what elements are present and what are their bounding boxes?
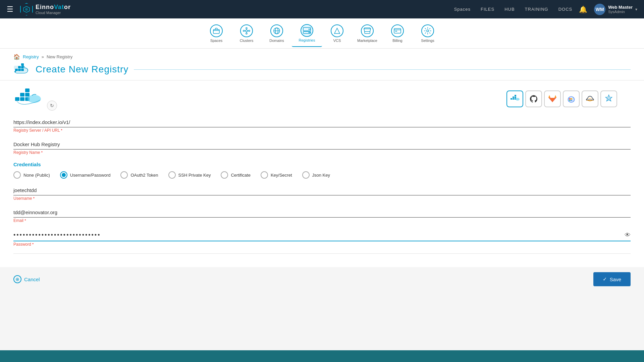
nav-billing[interactable]: Billing bbox=[382, 20, 413, 47]
svg-rect-44 bbox=[515, 97, 516, 98]
cred-json-key[interactable]: Json Key bbox=[302, 171, 330, 179]
nav-training[interactable]: TRAINING bbox=[525, 7, 548, 12]
svg-rect-38 bbox=[25, 88, 30, 92]
server-url-input[interactable] bbox=[13, 117, 631, 127]
domains-label: Domains bbox=[269, 39, 284, 43]
cred-ssh[interactable]: SSH Private Key bbox=[168, 171, 211, 179]
cred-certificate-radio[interactable] bbox=[221, 171, 228, 179]
nav-marketplace[interactable]: Marketplace bbox=[352, 20, 382, 47]
svg-rect-43 bbox=[513, 97, 514, 98]
user-menu[interactable]: WM Web Master SysAdmin ▾ bbox=[594, 4, 637, 15]
save-button[interactable]: ✓ Save bbox=[593, 272, 631, 286]
cred-certificate[interactable]: Certificate bbox=[221, 171, 251, 179]
svg-rect-48 bbox=[569, 98, 571, 100]
username-field: Username * bbox=[13, 185, 631, 201]
form-scrollable: ↻ bbox=[0, 80, 644, 342]
svg-rect-22 bbox=[394, 28, 401, 33]
registry-name-label: Registry Name * bbox=[13, 150, 631, 155]
nav-domains[interactable]: Domains bbox=[262, 20, 292, 47]
svg-rect-33 bbox=[15, 97, 19, 101]
form-area: ↻ bbox=[0, 80, 644, 267]
page-title: Create New Registry bbox=[36, 64, 128, 75]
save-check-icon: ✓ bbox=[603, 276, 607, 282]
svg-point-4 bbox=[246, 27, 247, 29]
svg-point-32 bbox=[15, 71, 16, 72]
credentials-title: Credentials bbox=[13, 162, 631, 167]
nav-clusters[interactable]: Clusters bbox=[231, 20, 262, 47]
cred-ssh-radio[interactable] bbox=[168, 171, 176, 179]
password-input[interactable] bbox=[13, 230, 631, 241]
breadcrumb-separator: » bbox=[42, 54, 44, 59]
registry-name-input[interactable] bbox=[13, 139, 631, 149]
username-label: Username * bbox=[13, 196, 631, 201]
email-label: Email * bbox=[13, 218, 631, 223]
nav-spaces[interactable]: Spaces bbox=[201, 20, 231, 47]
nav-cloud[interactable]: Spaces bbox=[454, 7, 471, 12]
page-title-row: Create New Registry bbox=[13, 63, 631, 80]
marketplace-label: Marketplace bbox=[357, 39, 377, 43]
registry-type-gcloud[interactable] bbox=[563, 90, 580, 107]
svg-rect-37 bbox=[25, 93, 30, 97]
page-header: 🏠 Registry » New Registry Create New Reg… bbox=[0, 49, 644, 80]
form-buttons: ⊕ Cancel ✓ Save bbox=[0, 267, 644, 291]
registry-type-github[interactable] bbox=[525, 90, 542, 107]
svg-point-5 bbox=[246, 33, 247, 34]
logo-hexagon bbox=[20, 3, 33, 16]
email-input[interactable] bbox=[13, 207, 631, 218]
nav-settings[interactable]: Settings bbox=[413, 20, 443, 47]
registry-type-aws[interactable]: aws bbox=[582, 90, 598, 107]
username-input[interactable] bbox=[13, 185, 631, 195]
cred-oauth2[interactable]: OAuth2 Token bbox=[120, 171, 158, 179]
cred-key-secret-radio[interactable] bbox=[261, 171, 268, 179]
logo-text: EinnoVator Cloud Manager bbox=[36, 4, 71, 15]
cred-none[interactable]: None (Public) bbox=[13, 171, 50, 179]
cred-json-key-radio[interactable] bbox=[302, 171, 310, 179]
nav-vcs[interactable]: VCS bbox=[322, 20, 352, 47]
nav-docs[interactable]: DOCS bbox=[558, 7, 573, 12]
registry-type-docker[interactable] bbox=[506, 90, 523, 107]
svg-point-19 bbox=[309, 32, 310, 33]
show-password-icon[interactable]: 👁 bbox=[625, 232, 631, 239]
svg-point-18 bbox=[310, 28, 311, 29]
nav-files[interactable]: FILES bbox=[481, 7, 494, 12]
cred-username-radio[interactable] bbox=[60, 171, 67, 179]
cred-oauth2-radio[interactable] bbox=[120, 171, 128, 179]
top-nav: ☰ EinnoVator Cloud Manager Spaces FILES … bbox=[0, 0, 644, 18]
cred-username-password[interactable]: Username/Password bbox=[60, 171, 111, 179]
registry-type-gitlab[interactable] bbox=[544, 90, 561, 107]
refresh-button[interactable]: ↻ bbox=[47, 101, 57, 111]
nav-registries[interactable]: Registries bbox=[292, 20, 322, 47]
avatar: WM bbox=[594, 4, 605, 15]
home-icon[interactable]: 🏠 bbox=[13, 54, 20, 60]
credentials-options: None (Public) Username/Password OAuth2 T… bbox=[13, 171, 631, 179]
notification-bell-icon[interactable]: 🔔 bbox=[579, 5, 587, 13]
registry-type-icons: aws bbox=[506, 90, 617, 107]
svg-point-6 bbox=[243, 30, 245, 32]
clusters-label: Clusters bbox=[240, 39, 253, 43]
vcs-label: VCS bbox=[333, 39, 341, 43]
svg-point-39 bbox=[28, 95, 41, 103]
svg-point-3 bbox=[246, 30, 248, 32]
cred-key-secret[interactable]: Key/Secret bbox=[261, 171, 292, 179]
registry-type-other[interactable] bbox=[600, 90, 617, 107]
svg-rect-24 bbox=[395, 31, 397, 32]
app-logo: EinnoVator Cloud Manager bbox=[20, 3, 71, 16]
cred-none-radio[interactable] bbox=[13, 171, 21, 179]
registries-icon bbox=[301, 24, 313, 37]
svg-point-20 bbox=[310, 32, 311, 33]
hamburger-icon[interactable]: ☰ bbox=[7, 5, 13, 14]
nav-links: Spaces FILES HUB TRAINING DOCS bbox=[454, 7, 573, 12]
cancel-circle-icon: ⊕ bbox=[13, 275, 21, 283]
svg-marker-21 bbox=[334, 28, 340, 34]
cancel-button[interactable]: ⊕ Cancel bbox=[13, 275, 40, 283]
breadcrumb-registry[interactable]: Registry bbox=[23, 54, 39, 59]
svg-point-46 bbox=[516, 98, 520, 101]
svg-rect-41 bbox=[513, 98, 514, 100]
page-title-line bbox=[134, 69, 631, 70]
svg-point-1 bbox=[25, 8, 28, 11]
svg-rect-50 bbox=[569, 100, 571, 101]
settings-icon bbox=[421, 24, 434, 37]
nav-hub[interactable]: HUB bbox=[504, 7, 515, 12]
marketplace-icon bbox=[361, 24, 374, 37]
svg-rect-34 bbox=[20, 97, 24, 101]
